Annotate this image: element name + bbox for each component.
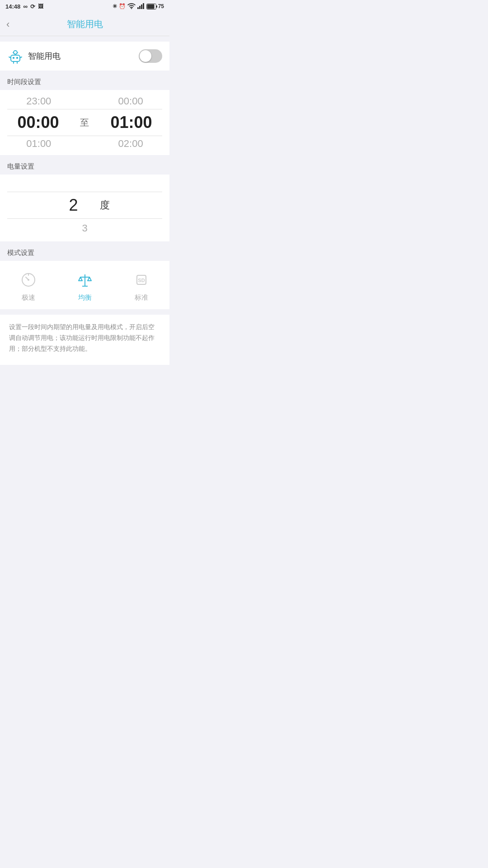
description-text: 设置一段时间内期望的用电量及用电模式，开启后空调自动调节用电；该功能运行时用电限… [9, 322, 160, 354]
wifi-icon [127, 3, 136, 10]
description-card: 设置一段时间内期望的用电量及用电模式，开启后空调自动调节用电；该功能运行时用电限… [0, 315, 169, 365]
sync-icon: ⟳ [30, 3, 35, 10]
energy-picker: 2 度 3 [0, 175, 169, 241]
prev-end-time: 00:00 [110, 95, 151, 107]
svg-point-19 [28, 279, 29, 281]
smart-power-left: 智能用电 [7, 48, 61, 64]
mode-item-balance[interactable]: 均衡 [69, 270, 101, 302]
mode-standard-icon-wrap: SD [131, 270, 151, 290]
time-picker-card: 23:00 00:00 00:00 至 01:00 01:00 02:00 [0, 90, 169, 155]
mode-card: 极速 均衡 [0, 261, 169, 309]
smart-power-row: 智能用电 [0, 42, 169, 71]
time-row-prev: 23:00 00:00 [0, 94, 169, 109]
loop-icon: ∞ [23, 3, 28, 10]
prev-start-time: 23:00 [19, 95, 59, 107]
page-title: 智能用电 [67, 18, 103, 30]
mode-fast-label: 极速 [22, 293, 35, 302]
energy-next-value: 3 [71, 222, 99, 234]
mode-row: 极速 均衡 [0, 261, 169, 309]
alarm-icon: ⏰ [119, 3, 126, 9]
current-start-time[interactable]: 00:00 [17, 113, 59, 132]
time-row-next: 01:00 02:00 [0, 136, 169, 151]
energy-section-label: 电量设置 [0, 155, 169, 175]
svg-rect-1 [137, 7, 139, 9]
time-section-label: 时间段设置 [0, 71, 169, 90]
svg-rect-4 [143, 3, 144, 9]
time-display: 14:48 [5, 3, 20, 10]
smart-power-card: 智能用电 [0, 42, 169, 71]
status-right: ✳ ⏰ 75 [113, 3, 164, 10]
status-bar: 14:48 ∞ ⟳ 🖼 ✳ ⏰ [0, 0, 169, 13]
energy-picker-card: 2 度 3 [0, 175, 169, 241]
energy-current-value[interactable]: 2 [60, 196, 87, 215]
svg-rect-9 [11, 55, 20, 61]
time-range-separator: 至 [75, 117, 94, 129]
next-end-time: 02:00 [110, 138, 151, 150]
image-icon: 🖼 [38, 3, 43, 9]
fast-mode-icon [19, 271, 38, 289]
svg-rect-7 [147, 4, 154, 9]
status-left: 14:48 ∞ ⟳ 🖼 [5, 3, 43, 10]
balance-mode-icon [76, 271, 94, 289]
svg-rect-6 [156, 5, 157, 8]
robot-icon [7, 48, 23, 64]
svg-point-0 [131, 8, 131, 9]
svg-rect-10 [13, 57, 14, 59]
nav-bar: ‹ 智能用电 [0, 13, 169, 36]
mode-standard-label: 标准 [135, 293, 148, 302]
bluetooth-icon: ✳ [113, 3, 117, 9]
mode-balance-label: 均衡 [78, 293, 92, 302]
standard-mode-icon: SD [132, 271, 150, 289]
time-row-current[interactable]: 00:00 至 01:00 [0, 109, 169, 136]
svg-text:SD: SD [138, 278, 145, 283]
energy-row-current[interactable]: 2 度 [0, 192, 169, 218]
svg-rect-11 [16, 57, 18, 59]
mode-item-standard[interactable]: SD 标准 [126, 270, 157, 302]
back-icon: ‹ [6, 19, 9, 30]
back-button[interactable]: ‹ [6, 19, 9, 30]
mode-balance-icon-wrap [75, 270, 95, 290]
current-end-time[interactable]: 01:00 [110, 113, 152, 132]
time-picker-content: 23:00 00:00 00:00 至 01:00 01:00 02:00 [0, 90, 169, 155]
mode-item-fast[interactable]: 极速 [13, 270, 44, 302]
signal-icon [137, 3, 145, 10]
mode-fast-icon-wrap [19, 270, 38, 290]
svg-rect-2 [139, 6, 141, 9]
smart-power-toggle[interactable] [139, 49, 162, 63]
mode-section-label: 模式设置 [0, 241, 169, 261]
main-content: 智能用电 时间段设置 23:00 00:00 00:00 至 01:00 [0, 42, 169, 365]
battery-display: 75 [146, 3, 164, 9]
svg-rect-3 [141, 5, 142, 9]
smart-power-label: 智能用电 [28, 51, 61, 61]
energy-row-next: 3 [0, 219, 169, 238]
energy-spacer-top [0, 178, 169, 192]
next-start-time: 01:00 [19, 138, 59, 150]
energy-unit: 度 [100, 198, 110, 212]
